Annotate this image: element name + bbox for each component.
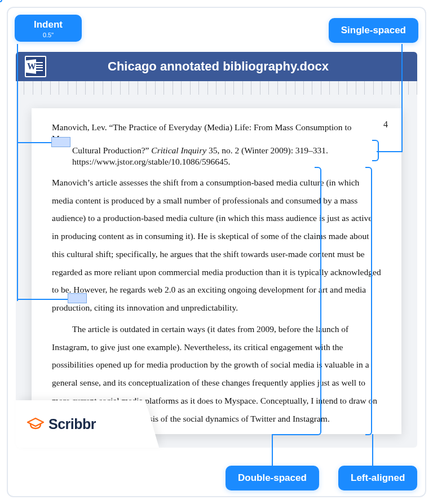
graduation-cap-icon	[27, 418, 44, 430]
callout-indent-title: Indent	[34, 19, 63, 30]
ruler	[16, 81, 417, 95]
document-page: 4 Manovich, Lev. “The Practice of Everyd…	[32, 108, 401, 434]
citation-line-3: https://www.jstor.org/stable/10.1086/596…	[52, 156, 359, 167]
connector-node	[0, 0, 2, 2]
brand-name: Scribbr	[48, 416, 96, 432]
callout-double-spaced: Double-spaced	[226, 466, 319, 490]
brand-logo: Scribbr	[16, 400, 134, 448]
annotation-paragraph-1: Manovich’s article assesses the shift fr…	[52, 174, 381, 317]
document-titlebar: Chicago annotated bibliography.docx	[16, 52, 417, 81]
callout-left-aligned: Left-aligned	[338, 466, 417, 490]
callout-single-spaced: Single-spaced	[329, 18, 418, 43]
page-background: 4 Manovich, Lev. “The Practice of Everyd…	[16, 95, 417, 448]
word-icon	[25, 56, 46, 77]
callout-indent-sub: 0.5"	[34, 32, 63, 38]
page-content: Manovich, Lev. “The Practice of Everyday…	[52, 122, 381, 428]
highlight-hanging-indent	[51, 137, 70, 147]
citation-entry: Manovich, Lev. “The Practice of Everyday…	[52, 122, 381, 168]
callout-indent: Indent 0.5"	[15, 15, 82, 42]
highlight-paragraph-indent	[68, 293, 87, 303]
citation-line-1: Manovich, Lev. “The Practice of Everyday…	[52, 122, 359, 145]
document-filename: Chicago annotated bibliography.docx	[46, 59, 417, 74]
page-number: 4	[383, 120, 388, 130]
citation-line-2: Cultural Production?” Critical Inquiry 3…	[52, 145, 359, 156]
